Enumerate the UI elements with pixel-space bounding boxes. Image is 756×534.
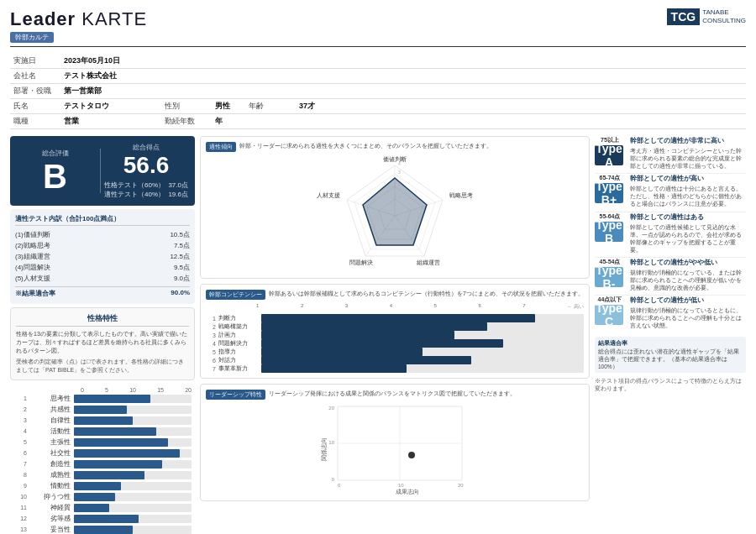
info-table: 実施日 2023年05月10日 会社名 テスト株式会社 部署・役職 第一営業部 … (10, 54, 746, 129)
test-row: (2)戦略思考7.5点 (15, 240, 190, 251)
bar-row: 10 抑うつ性 (13, 493, 192, 501)
bar-chart: 0 5 10 15 20 1 思考性 2 共感性 3 自律性 4 活動性 (10, 384, 195, 534)
svg-text:問題解決: 問題解決 (349, 259, 373, 265)
info-section: 実施日 2023年05月10日 会社名 テスト株式会社 部署・役職 第一営業部 … (10, 50, 746, 129)
svg-text:人材支援: 人材支援 (317, 192, 340, 199)
comp-row: 6 対話力 (206, 356, 584, 364)
radar-section: 適性傾向 幹部・リーダーに求められる適性を大きくつにまとめ、そのバランスを把握し… (200, 136, 590, 279)
comp-row: 7 事業革新力 (206, 364, 584, 373)
info-row-company: 会社名 テスト株式会社 (10, 69, 746, 84)
bar-row: 9 情動性 (13, 482, 192, 490)
type-list: 75以上 Type A 幹部としての適性が非常に高い 考え方・適性・コンピテンシ… (595, 136, 746, 333)
type-letter: Type A (595, 145, 623, 165)
type-item: 44点以下 Type C 幹部としての適性が低い 規律行動が消極的になっていると… (595, 296, 746, 332)
svg-text:関係志向: 関係志向 (321, 437, 327, 461)
score-number: 56.6 (104, 154, 188, 177)
test-row: (4)問題解決9.5点 (15, 262, 190, 273)
svg-text:成果志向: 成果志向 (396, 489, 419, 495)
title-normal: KARTE (76, 8, 147, 29)
tcg-logo: TCG TANABE CONSULTING (667, 8, 746, 26)
radar-chart: 価値判断 戦略思考 組織運営 問題解決 人材支援 1 2 3 4 (206, 155, 584, 273)
left-column: 総合評価 B 総合得点 56.6 性格テスト（60%） 37.0点 適性テスト（… (10, 136, 195, 534)
test-row: (1)価値判断10.5点 (15, 229, 190, 240)
info-row-date: 実施日 2023年05月10日 (10, 54, 746, 69)
svg-text:2: 2 (398, 182, 401, 187)
grade-section: 総合評価 B (17, 149, 101, 193)
bar-row: 7 創造性 (13, 460, 192, 469)
comp-rows: 1 判断力 2 戦略構築力 3 計画力 4 問題解決力 5 指導力 6 対話力 (206, 314, 584, 373)
page-title: Leader KARTE (10, 8, 147, 30)
info-row-dept: 部署・役職 第一営業部 (10, 84, 746, 99)
svg-text:20: 20 (458, 483, 464, 488)
svg-text:4: 4 (398, 161, 401, 166)
type-letter: Type B+ (595, 183, 623, 203)
comp-row: 5 指導力 (206, 348, 584, 356)
personality-box: 性格特性 性格を13の要素に分類して表示したものです。高い実績で描いたカーブは、… (10, 307, 195, 380)
score-card: 総合評価 B 総合得点 56.6 性格テスト（60%） 37.0点 適性テスト（… (10, 136, 195, 206)
svg-marker-9 (363, 178, 427, 245)
bar-row: 11 神経質 (13, 504, 192, 512)
bar-row: 1 思考性 (13, 395, 192, 403)
bar-rows: 1 思考性 2 共感性 3 自律性 4 活動性 5 主張性 6 社交性 (13, 395, 192, 534)
bar-row: 2 共感性 (13, 406, 192, 414)
type-item: 45-54点 Type B- 幹部としての適性がやや低い 規律行動が消極的になっ… (595, 258, 746, 296)
header-right: TCG TANABE CONSULTING (667, 8, 746, 26)
svg-text:3: 3 (398, 170, 401, 175)
header: Leader KARTE 幹部カルテ TCG TANABE CONSULTING (10, 8, 746, 47)
comp-row: 1 判断力 (206, 314, 584, 322)
bar-row: 3 自律性 (13, 416, 192, 425)
bar-row: 6 社交性 (13, 449, 192, 458)
bar-row: 12 劣等感 (13, 515, 192, 523)
comp-row: 2 戦略構築力 (206, 322, 584, 331)
svg-text:0: 0 (338, 483, 341, 488)
svg-text:10: 10 (398, 483, 404, 488)
bar-row: 5 主張性 (13, 438, 192, 447)
kanri-badge: 幹部カルテ (10, 32, 54, 43)
footnote: ※テスト項目の得点バランスによって特徴のとらえ方は変わります。 (595, 378, 746, 393)
svg-text:10: 10 (328, 440, 334, 445)
svg-text:組織運営: 組織運営 (416, 259, 440, 266)
mid-column: 適性傾向 幹部・リーダーに求められる適性を大きくつにまとめ、そのバランスを把握し… (200, 136, 590, 534)
test-row: (5)人材支援9.0点 (15, 273, 190, 284)
comp-row: 4 問題解決力 (206, 339, 584, 348)
scatter-plot: 関係志向 成果志向 0 10 20 0 10 20 (319, 403, 470, 495)
type-item: 65-74点 Type B+ 幹部としての適性が高い 幹部としての適性は十分にあ… (595, 174, 746, 212)
radar-desc: 幹部・リーダーに求められる適性を大きくつにまとめ、そのバランスを把握していただき… (239, 142, 492, 152)
title-bold: Leader (10, 8, 76, 29)
type-item: 55-64点 Type B 幹部としての適性はある 幹部としての適性候補として見… (595, 212, 746, 258)
result-box: 結果適合率 総合得点には歪れない潜在的な適性ギャップを「結果適合率」で把握できま… (595, 337, 746, 373)
test-total: ※結果適合率 90.0% (15, 286, 190, 299)
leader-desc: リーダーシップ発揮における成果と関係のバランスをマトリクス図で把握していただきま… (269, 390, 516, 400)
main-content: 総合評価 B 総合得点 56.6 性格テスト（60%） 37.0点 適性テスト（… (10, 136, 746, 534)
type-item: 75以上 Type A 幹部としての適性が非常に高い 考え方・適性・コンピテンシ… (595, 136, 746, 174)
test-rows: (1)価値判断10.5点(2)戦略思考7.5点(3)組織運営12.5点(4)問題… (15, 229, 190, 284)
tcg-logo-text: TCG (667, 8, 701, 25)
header-left: Leader KARTE 幹部カルテ (10, 8, 147, 43)
bar-row: 4 活動性 (13, 427, 192, 436)
svg-text:戦略思考: 戦略思考 (449, 192, 473, 198)
type-letter: Type B (595, 222, 623, 242)
test-row: (3)組織運営12.5点 (15, 251, 190, 262)
info-row-job: 職種 営業 勤続年数 年 (10, 114, 746, 129)
radar-svg: 価値判断 戦略思考 組織運営 問題解決 人材支援 1 2 3 4 (311, 155, 479, 273)
competency-section: 幹部コンピテンシー 幹部あるいは幹部候補職として求められるコンピテンシー（行動特… (200, 284, 590, 379)
bar-row: 8 成熟性 (13, 471, 192, 479)
svg-text:1: 1 (398, 195, 401, 200)
bar-row: 13 妥当性 (13, 526, 192, 534)
comp-title-badge: 幹部コンピテンシー (206, 290, 265, 300)
comp-row: 3 計画力 (206, 331, 584, 339)
right-column: 75以上 Type A 幹部としての適性が非常に高い 考え方・適性・コンピテンシ… (595, 136, 746, 534)
leadership-section: リーダーシップ特性 リーダーシップ発揮における成果と関係のバランスをマトリクス図… (200, 384, 590, 501)
type-letter: Type C (595, 305, 623, 325)
comp-desc: 幹部あるいは幹部候補職として求められるコンピテンシー（行動特性）を7つにまとめ、… (269, 290, 584, 297)
tanabe-text: TANABE CONSULTING (702, 8, 746, 26)
svg-text:0: 0 (332, 477, 335, 482)
comp-chart: 1 2 3 4 5 6 7 ← 高い 1 判断力 2 戦略構築力 3 (206, 303, 584, 373)
radar-title-badge: 適性傾向 (206, 142, 236, 152)
page: Leader KARTE 幹部カルテ TCG TANABE CONSULTING… (0, 0, 756, 534)
test-content-box: 適性テスト内訳（合計100点満点） (1)価値判断10.5点(2)戦略思考7.5… (10, 209, 195, 304)
info-row-name: 氏名 テストタロウ 性別 男性 年齢 37才 (10, 99, 746, 114)
grade-letter: B (17, 160, 93, 193)
score-section: 総合得点 56.6 性格テスト（60%） 37.0点 適性テスト（40%） 19… (104, 143, 188, 199)
svg-text:価値判断: 価値判断 (383, 156, 407, 162)
